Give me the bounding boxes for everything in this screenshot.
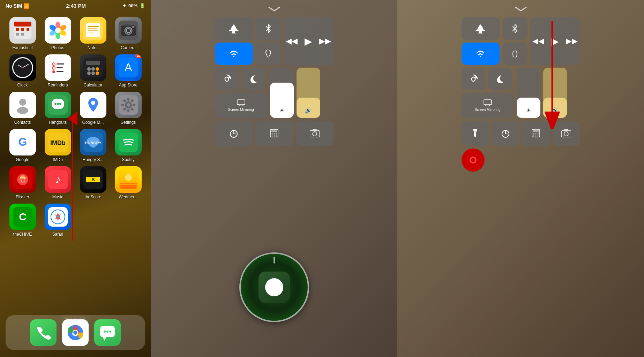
cc-orientation-lock[interactable] bbox=[215, 68, 239, 90]
svg-marker-103 bbox=[103, 337, 106, 341]
status-bar: No SIM 📶 2:43 PM ✦ 90% 🔋 bbox=[0, 0, 151, 10]
cc2-orientation-lock[interactable] bbox=[462, 68, 485, 90]
app-label-appstore: App Store bbox=[119, 83, 137, 88]
svg-rect-116 bbox=[271, 130, 277, 132]
app-weather[interactable]: Weather... bbox=[113, 166, 144, 199]
svg-point-83 bbox=[125, 174, 132, 181]
cc-play-btn[interactable]: ▶ bbox=[305, 36, 312, 47]
svg-rect-131 bbox=[484, 100, 492, 105]
svg-point-54 bbox=[91, 101, 95, 105]
chevron-handle[interactable] bbox=[267, 6, 281, 14]
app-settings[interactable]: Settings bbox=[113, 92, 144, 125]
app-flixster[interactable]: 🍿 Flixster bbox=[7, 166, 38, 199]
app-fantastical[interactable]: Fantastical bbox=[7, 17, 38, 50]
dock-messages[interactable] bbox=[94, 319, 121, 346]
appstore-badge: 26 bbox=[135, 54, 141, 58]
cc2-wifi[interactable] bbox=[462, 43, 500, 65]
svg-point-145 bbox=[536, 136, 537, 137]
svg-point-120 bbox=[271, 136, 272, 137]
svg-rect-85 bbox=[120, 185, 137, 187]
cc-volume-slider[interactable]: 🔊 bbox=[297, 68, 320, 118]
cc-forward-btn[interactable]: ▶▶ bbox=[319, 37, 331, 46]
svg-rect-29 bbox=[57, 63, 64, 64]
status-right: ✦ 90% 🔋 bbox=[122, 3, 145, 8]
cc2-bluetooth[interactable] bbox=[502, 17, 527, 40]
battery-icon: 🔋 bbox=[140, 3, 145, 8]
app-reminders[interactable]: Reminders bbox=[42, 54, 73, 88]
svg-rect-25 bbox=[126, 24, 129, 26]
svg-rect-140 bbox=[533, 130, 539, 132]
svg-point-146 bbox=[538, 136, 539, 137]
cc-calculator-btn[interactable] bbox=[255, 121, 293, 146]
app-thechive[interactable]: C theCHIVE bbox=[7, 204, 38, 237]
cc-do-not-disturb-moon[interactable] bbox=[241, 68, 265, 90]
app-label-imdb: IMDb bbox=[53, 157, 63, 162]
app-label-camera: Camera bbox=[121, 45, 136, 50]
app-label-music: Music bbox=[52, 195, 63, 199]
svg-rect-138 bbox=[504, 130, 507, 131]
app-clock[interactable]: Clock bbox=[7, 54, 38, 88]
svg-rect-31 bbox=[57, 67, 63, 68]
cc2-moon[interactable] bbox=[488, 68, 512, 90]
app-google[interactable]: G Google bbox=[7, 129, 38, 162]
app-spotify[interactable]: Spotify bbox=[113, 129, 144, 162]
cc-timer-btn[interactable] bbox=[215, 121, 253, 146]
battery-label: 90% bbox=[128, 3, 137, 8]
control-center-panel-2: ◀◀ ▶ ▶▶ bbox=[397, 0, 644, 357]
svg-rect-132 bbox=[474, 132, 476, 137]
cc2-screen-mirroring[interactable]: Screen Mirroring bbox=[462, 93, 514, 118]
magnified-record-button bbox=[239, 252, 309, 322]
cc-brightness-slider[interactable]: ☀ bbox=[270, 68, 294, 118]
svg-point-41 bbox=[96, 71, 99, 75]
cc-screen-mirroring[interactable]: Screen Mirroring bbox=[215, 93, 267, 118]
cc2-airplane-mode[interactable] bbox=[462, 17, 500, 40]
app-label-hangouts: Hangouts bbox=[49, 120, 67, 125]
svg-point-52 bbox=[59, 103, 61, 105]
svg-point-118 bbox=[274, 134, 275, 135]
app-thescore[interactable]: S theScore bbox=[77, 166, 108, 199]
svg-rect-59 bbox=[127, 109, 129, 112]
svg-point-37 bbox=[91, 67, 95, 71]
cc2-flashlight-btn[interactable] bbox=[462, 121, 489, 146]
cc-bluetooth[interactable] bbox=[256, 17, 281, 40]
dock-phone[interactable] bbox=[30, 319, 57, 346]
control-center-panel-1: ◀◀ ▶ ▶▶ bbox=[151, 0, 397, 357]
cc2-record-row bbox=[462, 149, 580, 174]
cc-rewind-btn[interactable]: ◀◀ bbox=[286, 37, 298, 46]
svg-text:♪: ♪ bbox=[55, 173, 61, 185]
svg-rect-147 bbox=[561, 130, 571, 137]
cc2-brightness-slider[interactable]: ☀ bbox=[517, 68, 540, 118]
svg-rect-130 bbox=[472, 77, 475, 81]
cc-second-row: Screen Mirroring ☀ 🔊 bbox=[215, 68, 334, 118]
svg-point-121 bbox=[274, 136, 275, 137]
cc-wifi[interactable] bbox=[215, 43, 253, 65]
app-label-settings: Settings bbox=[121, 120, 136, 125]
record-button-inner[interactable] bbox=[259, 272, 290, 303]
app-photos[interactable]: Photos bbox=[42, 17, 73, 50]
cc-screen-mirroring-label: Screen Mirroring bbox=[228, 108, 254, 112]
app-hungrys[interactable]: HUNGRY Hungry S... bbox=[77, 129, 108, 162]
cc2-do-not-disturb[interactable] bbox=[502, 43, 527, 65]
app-notes[interactable]: Notes bbox=[77, 17, 108, 50]
svg-rect-60 bbox=[121, 104, 124, 106]
app-label-googlemaps: Google M... bbox=[82, 120, 104, 125]
app-calculator[interactable]: Calculator bbox=[77, 54, 108, 88]
cc-camera-btn[interactable] bbox=[296, 121, 334, 146]
app-appstore[interactable]: A 26 App Store bbox=[113, 54, 144, 88]
cc2-record-btn[interactable] bbox=[462, 149, 485, 172]
cc2-forward-btn[interactable]: ▶▶ bbox=[566, 37, 578, 46]
dock-chrome[interactable] bbox=[62, 319, 89, 346]
svg-rect-2 bbox=[16, 28, 19, 31]
bluetooth-status-icon: ✦ bbox=[122, 3, 126, 8]
cc2-timer-btn[interactable] bbox=[492, 121, 519, 146]
svg-point-128 bbox=[480, 56, 481, 57]
upward-arrow bbox=[66, 112, 80, 244]
cc-do-not-disturb[interactable] bbox=[256, 43, 281, 65]
app-camera[interactable]: Camera bbox=[113, 17, 144, 50]
app-contacts[interactable]: Contacts bbox=[7, 92, 38, 125]
app-googlemaps[interactable]: Google M... bbox=[77, 92, 108, 125]
status-left: No SIM 📶 bbox=[6, 3, 29, 9]
cc-airplane-mode[interactable] bbox=[215, 17, 253, 40]
chevron-handle-2[interactable] bbox=[514, 6, 528, 14]
app-label-reminders: Reminders bbox=[47, 83, 68, 88]
